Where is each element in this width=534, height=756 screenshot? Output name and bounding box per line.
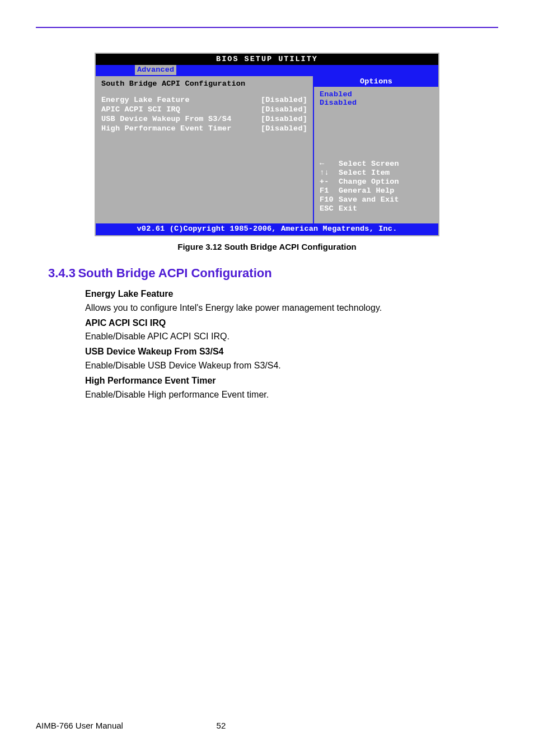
key-icon: ←: [320, 160, 339, 168]
bios-tab-advanced[interactable]: Advanced: [135, 65, 176, 75]
bios-screenshot: BIOS SETUP UTILITY Advanced South Bridge…: [95, 53, 439, 236]
bios-title: BIOS SETUP UTILITY: [96, 54, 438, 65]
key-icon: ↑↓: [320, 169, 339, 177]
bios-options-header: Options: [314, 76, 438, 87]
bios-key-hints: ←Select Screen ↑↓Select Item +-Change Op…: [314, 156, 438, 223]
desc-text: Enable/Disable APIC ACPI SCI IRQ.: [85, 332, 229, 341]
bios-option[interactable]: Enabled: [320, 90, 433, 99]
bios-item-value: [Disabled]: [261, 115, 307, 123]
desc-text: Enable/Disable High performance Event ti…: [85, 390, 269, 399]
bios-item[interactable]: High Performance Event Timer [Disabled]: [101, 124, 307, 133]
desc-heading: APIC ACPI SCI IRQ: [85, 316, 498, 330]
section-heading: 3.4.3 South Bridge ACPI Configuration: [48, 266, 498, 281]
key-icon: +-: [320, 178, 339, 186]
top-rule: [36, 27, 498, 28]
page-footer: AIMB-766 User Manual 52: [0, 721, 534, 730]
figure-caption: Figure 3.12 South Bridge ACPI Configurat…: [36, 242, 498, 251]
manual-name: AIMB-766 User Manual: [36, 721, 123, 730]
bios-item-label: Energy Lake Feature: [101, 96, 190, 104]
key-icon: F1: [320, 186, 339, 195]
section-number: 3.4.3: [48, 266, 76, 280]
key-desc: Save and Exit: [339, 195, 399, 204]
desc-text: Enable/Disable USB Device Wakeup from S3…: [85, 361, 281, 370]
key-desc: Exit: [339, 204, 357, 213]
key-icon: ESC: [320, 204, 339, 213]
section-title: South Bridge ACPI Configuration: [78, 266, 271, 280]
key-desc: General Help: [339, 186, 395, 195]
bios-item-value: [Disabled]: [261, 96, 307, 104]
desc-text: Allows you to configure Intel's Energy l…: [85, 303, 382, 312]
bios-right-panel: Options Enabled Disabled ←Select Screen …: [314, 76, 438, 223]
page-number: 52: [217, 721, 226, 730]
bios-section-title: South Bridge ACPI Configuration: [101, 80, 307, 88]
desc-heading: High Performance Event Timer: [85, 374, 498, 388]
bios-item-value: [Disabled]: [261, 105, 307, 114]
description-block: Energy Lake Feature Allows you to config…: [85, 287, 498, 402]
bios-item-label: High Performance Event Timer: [101, 124, 231, 133]
bios-tabbar: Advanced: [96, 65, 438, 76]
key-desc: Select Screen: [339, 160, 399, 168]
bios-item[interactable]: USB Device Wakeup From S3/S4 [Disabled]: [101, 115, 307, 123]
key-desc: Change Option: [339, 178, 399, 186]
bios-item[interactable]: APIC ACPI SCI IRQ [Disabled]: [101, 105, 307, 114]
desc-heading: USB Device Wakeup From S3/S4: [85, 345, 498, 359]
bios-item-label: USB Device Wakeup From S3/S4: [101, 115, 231, 123]
bios-item-label: APIC ACPI SCI IRQ: [101, 105, 180, 114]
bios-item-value: [Disabled]: [261, 124, 307, 133]
key-desc: Select Item: [339, 169, 390, 177]
bios-footer: v02.61 (C)Copyright 1985-2006, American …: [96, 223, 438, 235]
bios-left-panel: South Bridge ACPI Configuration Energy L…: [96, 76, 314, 223]
desc-heading: Energy Lake Feature: [85, 287, 498, 301]
bios-option[interactable]: Disabled: [320, 99, 433, 107]
bios-item[interactable]: Energy Lake Feature [Disabled]: [101, 96, 307, 104]
key-icon: F10: [320, 195, 339, 204]
bios-options: Enabled Disabled: [314, 87, 438, 156]
